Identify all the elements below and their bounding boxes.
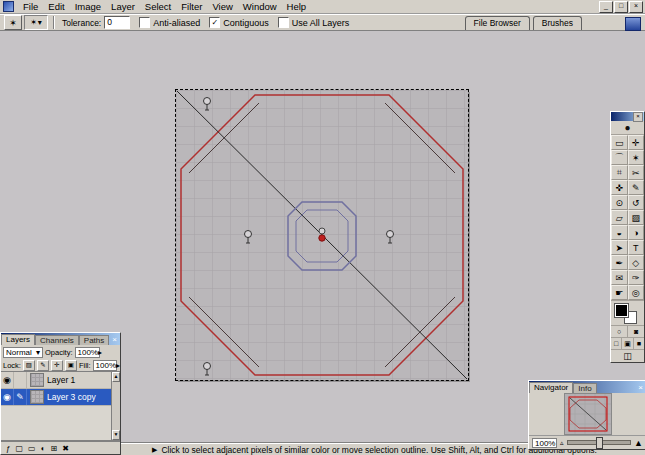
standard-mode-icon[interactable]: ○ [611,326,628,337]
pen-tool-icon[interactable]: ✒ [611,255,628,270]
standard-screen-icon[interactable]: □ [611,338,622,349]
menu-item-help[interactable]: Help [282,1,312,13]
lock-position-icon[interactable]: ✛ [51,360,63,371]
eyedropper-tool-icon[interactable]: ✑ [628,270,645,285]
layer-name[interactable]: Layer 1 [47,375,75,385]
tab-channels[interactable]: Channels [35,335,79,345]
brushes-tab[interactable]: Brushes [533,16,582,30]
center-point-marker[interactable] [319,235,325,241]
clone-stamp-tool-icon[interactable]: ⊙ [611,195,628,210]
healing-brush-tool-icon[interactable]: ✜ [611,180,628,195]
use-all-layers-checkbox[interactable] [278,17,289,28]
layer-thumbnail[interactable] [30,390,44,404]
blend-mode-select[interactable]: Normal ▾ [3,347,43,358]
menu-item-edit[interactable]: Edit [43,1,69,13]
jump-to-imageready-button[interactable]: ◫ [611,349,644,362]
zoom-in-icon[interactable]: ▲ [634,438,643,448]
fill-label: Fill: [79,361,91,370]
zoom-slider-handle[interactable] [596,437,603,449]
lock-all-icon[interactable]: ▣ [65,360,77,371]
zoom-tool-icon[interactable]: ◎ [628,285,645,300]
zoom-level-input[interactable]: 100% [532,438,557,448]
anti-aliased-checkbox[interactable] [139,17,150,28]
scroll-down-icon[interactable]: ▼ [112,430,120,440]
close-icon[interactable]: × [633,112,643,122]
add-layer-mask-icon[interactable]: ▢ [15,443,23,454]
brush-tool-icon[interactable]: ✎ [628,180,645,195]
lasso-tool-icon[interactable]: ⌒ [611,150,628,165]
full-screen-menubar-icon[interactable]: ▣ [622,338,633,349]
new-layer-icon[interactable]: ⊞ [50,443,57,454]
tab-paths[interactable]: Paths [79,335,109,345]
adjustment-layer-icon[interactable]: ◐ [41,443,46,454]
opacity-input[interactable]: 100% ▸ [75,347,100,358]
visibility-eye-icon[interactable]: ◉ [1,389,14,405]
slice-tool-icon[interactable]: ✂ [628,165,645,180]
dodge-tool-icon[interactable]: ◑ [628,225,645,240]
foreground-color-swatch[interactable] [615,304,628,317]
tab-info[interactable]: Info [573,383,596,393]
menu-item-window[interactable]: Window [238,1,282,13]
contiguous-checkbox[interactable]: ✓ [209,17,220,28]
link-column[interactable] [14,372,27,388]
lock-transparency-icon[interactable]: ▨ [23,360,35,371]
adobe-online-button[interactable]: ● [611,121,644,135]
tool-preset-picker[interactable]: ✶ ▾ [24,15,48,30]
minimize-icon[interactable]: _ [599,1,613,13]
document-canvas[interactable] [176,90,468,380]
center-anchor-handle[interactable] [319,228,325,234]
use-all-layers-option: Use All Layers [278,17,350,28]
close-icon[interactable]: × [109,335,120,345]
chevron-down-icon: ▾ [36,348,40,357]
toolbox-title-bar[interactable]: × [611,112,644,121]
menu-item-select[interactable]: Select [140,1,176,13]
eraser-tool-icon[interactable]: ▱ [611,210,628,225]
layer-thumbnail[interactable] [30,373,44,387]
zoom-slider[interactable] [567,440,632,445]
tool-grid: ▭ ✛ ⌒ ✶ ⌗ ✂ ✜ ✎ ⊙ ↺ ▱ ▨ ◒ ◑ ➤ T ✒ ◇ ✉ ✑ … [611,135,644,300]
magic-wand-tool-icon[interactable]: ✶ [4,15,22,30]
tolerance-input[interactable]: 0 [104,16,130,29]
visibility-eye-icon[interactable]: ◉ [1,372,14,388]
scroll-up-icon[interactable]: ▲ [112,372,120,382]
navigator-thumbnail[interactable] [564,393,612,435]
lock-image-icon[interactable]: ✎ [37,360,49,371]
move-tool-icon[interactable]: ✛ [628,135,645,150]
layer-row-layer-1[interactable]: ◉ Layer 1 [1,372,120,389]
close-icon[interactable]: × [629,1,643,13]
path-selection-tool-icon[interactable]: ➤ [611,240,628,255]
notes-tool-icon[interactable]: ✉ [611,270,628,285]
menu-item-filter[interactable]: Filter [176,1,207,13]
menu-item-image[interactable]: Image [70,1,106,13]
spinner-icon: ▸ [116,361,120,370]
blur-tool-icon[interactable]: ◒ [611,225,628,240]
layer-row-layer-3-copy[interactable]: ◉ ✎ Layer 3 copy [1,389,120,406]
rectangular-marquee-tool-icon[interactable]: ▭ [611,135,628,150]
close-icon[interactable]: × [635,383,645,393]
menu-item-view[interactable]: View [207,1,237,13]
history-brush-tool-icon[interactable]: ↺ [628,195,645,210]
crop-tool-icon[interactable]: ⌗ [611,165,628,180]
hand-tool-icon[interactable]: ☛ [611,285,628,300]
layer-style-icon[interactable]: ƒ [6,443,10,454]
full-screen-icon[interactable]: ■ [634,338,644,349]
chevron-down-icon: ▾ [38,18,42,27]
magic-wand-tool-icon[interactable]: ✶ [628,150,645,165]
zoom-out-icon[interactable]: ▵ [560,438,564,448]
layer-list-scrollbar[interactable]: ▲ ▼ [111,372,120,440]
new-layer-set-icon[interactable]: ▭ [28,443,36,454]
layer-name[interactable]: Layer 3 copy [47,392,96,402]
delete-layer-icon[interactable]: ✖ [62,443,69,454]
palette-well-icon[interactable] [625,17,641,31]
gradient-tool-icon[interactable]: ▨ [628,210,645,225]
shape-tool-icon[interactable]: ◇ [628,255,645,270]
menu-item-layer[interactable]: Layer [106,1,140,13]
type-tool-icon[interactable]: T [628,240,645,255]
menu-item-file[interactable]: File [18,1,43,13]
file-browser-tab[interactable]: File Browser [465,16,530,30]
maximize-icon[interactable]: □ [614,1,628,13]
fill-input[interactable]: 100% ▸ [93,360,117,371]
quick-mask-mode-icon[interactable]: ◙ [628,326,644,337]
tab-layers[interactable]: Layers [1,334,35,345]
tab-navigator[interactable]: Navigator [529,382,573,393]
